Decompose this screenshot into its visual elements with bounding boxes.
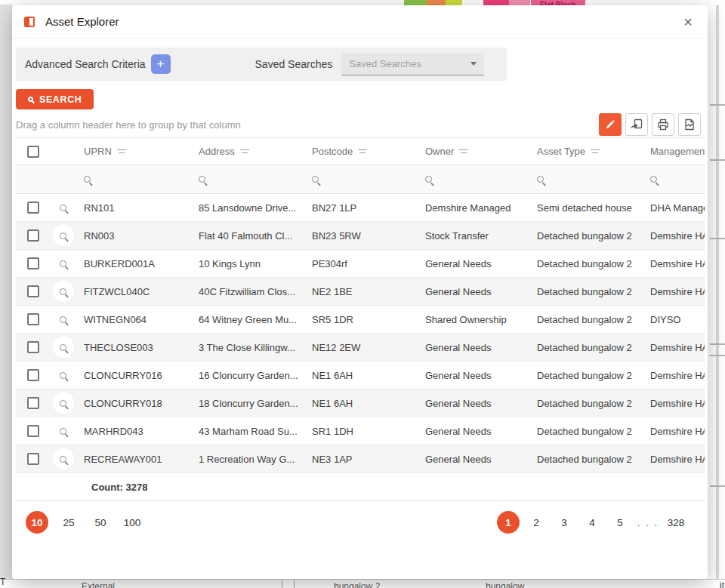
row-checkbox[interactable] (27, 425, 39, 437)
asset-explorer-icon (24, 17, 35, 27)
filter-icon[interactable] (240, 149, 249, 155)
row-checkbox[interactable] (27, 285, 39, 297)
row-detail-button[interactable] (53, 337, 74, 358)
cell-management: Demshire HA (643, 278, 705, 305)
row-checkbox[interactable] (27, 202, 39, 214)
search-icon (199, 176, 205, 183)
column-label: Address (199, 146, 235, 157)
row-detail-button[interactable] (53, 253, 74, 274)
background-divider (282, 580, 282, 588)
asset-grid: UPRN Address Postcode Owner Asset Type M… (16, 137, 705, 501)
row-checkbox[interactable] (27, 257, 39, 269)
cell-owner: General Needs (418, 250, 529, 277)
row-checkbox[interactable] (27, 397, 39, 409)
close-icon[interactable]: × (679, 13, 697, 31)
cell-management: Demshire HA (643, 417, 705, 445)
filter-input-management[interactable] (643, 165, 705, 193)
filter-icon[interactable] (117, 149, 126, 155)
cell-postcode: BN23 5RW (304, 222, 418, 249)
column-label: Postcode (312, 146, 353, 157)
cell-asset-type: Detached bungalow 2 (529, 445, 643, 473)
cell-asset-type: Detached bungalow 2 (529, 222, 643, 249)
export-file-button[interactable] (678, 113, 701, 136)
column-header-owner[interactable]: Owner (418, 138, 529, 165)
table-row: CLONCURRY018 18 Cloncurry Garden... NE1 … (16, 389, 705, 417)
row-detail-button[interactable] (53, 281, 74, 302)
cell-address: 18 Cloncurry Garden... (191, 389, 304, 417)
cell-owner: General Needs (418, 389, 529, 417)
cell-uprn: BURKERD001A (76, 250, 191, 277)
row-detail-button[interactable] (53, 365, 74, 386)
magnifier-icon (60, 232, 66, 239)
row-checkbox[interactable] (27, 369, 39, 381)
search-icon (650, 176, 657, 183)
row-checkbox[interactable] (27, 313, 39, 325)
row-detail-button[interactable] (53, 309, 74, 330)
column-header-postcode[interactable]: Postcode (304, 138, 418, 165)
filter-icon[interactable] (591, 149, 600, 155)
grid-summary-row: Count: 3278 (16, 473, 705, 501)
dialog-header: Asset Explorer × (12, 5, 708, 38)
group-panel-hint: Drag a column header here to group by th… (16, 119, 241, 131)
column-header-management[interactable]: Management (643, 138, 705, 165)
filter-input-uprn[interactable] (76, 165, 191, 193)
filter-input-postcode[interactable] (304, 165, 418, 193)
search-button[interactable]: SEARCH (16, 89, 94, 109)
column-header-asset-type[interactable]: Asset Type (529, 138, 643, 165)
cell-address: 10 Kings Lynn (191, 250, 304, 277)
page-5[interactable]: 5 (609, 511, 631, 534)
cell-postcode: NE12 2EW (304, 334, 418, 361)
cell-postcode: PE304rf (304, 250, 418, 277)
cell-postcode: NE2 1BE (304, 278, 418, 305)
row-detail-button[interactable] (53, 420, 74, 442)
filter-input-asset-type[interactable] (529, 165, 643, 193)
row-checkbox[interactable] (27, 341, 39, 353)
print-button[interactable] (652, 113, 674, 136)
column-header-address[interactable]: Address (191, 138, 304, 165)
edit-layout-button[interactable] (599, 113, 622, 136)
cell-address: 43 Marham Road Su... (191, 417, 304, 445)
magnifier-icon (60, 372, 66, 379)
cell-uprn: FITZWCL040C (76, 278, 191, 305)
cell-management: Demshire HA (643, 250, 705, 277)
column-header-uprn[interactable]: UPRN (76, 138, 191, 165)
filter-input-owner[interactable] (418, 165, 529, 193)
row-count: Count: 3278 (91, 482, 147, 493)
page-1[interactable]: 1 (497, 511, 520, 534)
page-4[interactable]: 4 (581, 511, 603, 534)
cell-management: Demshire HA (643, 362, 705, 389)
grid-toolbar: Drag a column header here to group by th… (16, 113, 704, 136)
row-detail-button[interactable] (53, 197, 74, 218)
row-detail-button[interactable] (53, 448, 74, 469)
filter-icon[interactable] (358, 149, 367, 155)
cell-owner: Shared Ownership (418, 306, 529, 333)
saved-searches-select[interactable]: Saved Searches (341, 53, 484, 75)
page-328[interactable]: 328 (665, 511, 687, 534)
filter-input-address[interactable] (191, 165, 304, 193)
background-fragment: T (0, 577, 5, 587)
row-detail-button[interactable] (53, 225, 74, 246)
filter-icon[interactable] (459, 149, 468, 155)
cell-postcode: NE1 6AH (304, 362, 418, 389)
page-size-10[interactable]: 10 (26, 511, 48, 534)
background-label: External (82, 581, 115, 588)
row-checkbox[interactable] (27, 229, 39, 242)
search-icon (425, 176, 432, 183)
row-checkbox[interactable] (27, 453, 39, 465)
cell-owner: General Needs (418, 445, 529, 473)
background-top-strip: Flat Block (0, 0, 725, 5)
page-size-50[interactable]: 50 (89, 511, 112, 534)
background-divider (294, 580, 295, 588)
export-selected-button[interactable] (625, 113, 648, 136)
cell-management: Demshire HA (643, 334, 705, 361)
row-detail-button[interactable] (53, 393, 74, 414)
background-left-strip (0, 5, 13, 580)
background-chart-fragment (483, 0, 509, 5)
page-3[interactable]: 3 (553, 511, 575, 534)
page-2[interactable]: 2 (525, 511, 548, 534)
cell-postcode: NE3 1AP (304, 445, 418, 473)
page-size-100[interactable]: 100 (121, 511, 143, 534)
page-size-25[interactable]: 25 (57, 511, 80, 534)
select-all-checkbox[interactable] (27, 146, 39, 158)
add-criteria-button[interactable]: + (151, 54, 171, 74)
